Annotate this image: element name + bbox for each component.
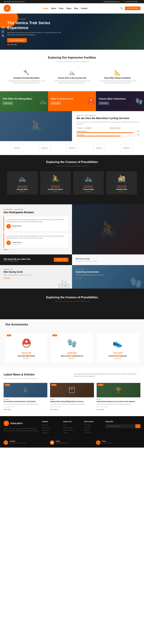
acc-badge-3 [98, 334, 100, 335]
product-stars-3: ★★★★★ [75, 191, 102, 192]
hero-dot-2[interactable] [11, 44, 13, 45]
news-img-icon-3: 🏆 [115, 387, 122, 393]
header-actions: 🔍 GET STARTED [120, 6, 141, 10]
hero-social-i[interactable]: in [1, 34, 4, 37]
guide-card-accessories: ACCESSORIES Exploring Accessories Advise… [72, 265, 144, 288]
product-price-3: $320.00 $160.00 [75, 187, 102, 188]
hero-section: f t in THE VONICA TREK SERIES The Vonica… [0, 14, 144, 50]
facilities-sub: Lorem ipsum dolor sit amet consectetur a… [5, 61, 139, 62]
footer-link-orders[interactable]: My Orders [84, 427, 102, 428]
footer-logo-mark[interactable]: P [3, 421, 9, 426]
cta-contact-button[interactable]: CONTACT US [54, 258, 69, 262]
dark-explore-section: Exploring the Cosmos of Possibilities Lo… [0, 155, 144, 204]
footer-link-contact[interactable]: Contact Us [42, 432, 60, 434]
review-nav-dots [3, 249, 69, 250]
news-img-1: JAN 15 🚴 [3, 383, 47, 397]
acc-cat-2: VENDOR PRICE [53, 352, 91, 353]
footer-logo-name: PEDALWAYS [10, 422, 23, 424]
footer-quick-col: Quick Link FAQ Privacy Policy Terms of S… [63, 421, 81, 434]
acc-img-2: 🧤 [53, 336, 91, 350]
nav-item-pages[interactable]: Pages [66, 8, 71, 10]
promo-band: 25% Offer On Hiking Bikes SHOP NOW 🚲 Off… [0, 91, 144, 111]
product-cat-3: BEST SELLING [75, 186, 102, 187]
footer-email-val: hello@pedalways.com [56, 442, 69, 444]
hero-content: THE VONICA TREK SERIES The Vonica Trek S… [7, 18, 61, 45]
brand-1: BRAND 01 [11, 144, 23, 152]
nav-item-blog[interactable]: Blog [74, 8, 78, 10]
review-dot-2[interactable] [8, 249, 11, 250]
review-dot-3[interactable] [12, 249, 16, 250]
footer-link-terms[interactable]: Terms of Service [63, 429, 81, 431]
promo-helmet-img: ⛑️ [87, 98, 95, 105]
hero-dot-1[interactable] [7, 44, 10, 45]
nav-item-shop[interactable]: Shop [59, 8, 63, 10]
acc-cat-3: STOCK IN STORE [98, 352, 137, 353]
hero-social-t[interactable]: t [1, 30, 4, 33]
product-price-4: $210.00 $105.00 [108, 187, 135, 188]
reviewer-name-2: Austin Powers [12, 242, 22, 244]
nav-item-home[interactable]: Home [43, 8, 48, 10]
reviewer-role-2: Mountain Biker [12, 244, 22, 246]
footer-link-faq[interactable]: FAQ [63, 424, 81, 426]
progress-keyword-label: Keyword Research 90% [76, 131, 140, 132]
about-features: ✓ Tunner — up & Builds ✓ Adjust and Inst… [76, 127, 140, 129]
products-grid: 🚲 STOCK IN STORE $250.00 $125.00 Mountai… [3, 171, 141, 199]
news-date-3: MAR 20 [98, 384, 103, 386]
footer-email-input[interactable] [105, 424, 135, 428]
dark-section-title: Exploring the Cosmos of Possibilities [3, 160, 141, 164]
news-read-more-1[interactable]: READ MORE → [3, 409, 13, 410]
acc-img-3: 👟 [98, 336, 137, 350]
news-read-more-3[interactable]: READ MORE → [97, 409, 106, 410]
news-read-more-2[interactable]: READ MORE → [50, 409, 59, 410]
hero-social-f[interactable]: f [1, 26, 4, 29]
product-name-2: Durable Liner Bench [42, 188, 69, 190]
reviewer-info-2: AP Austin Powers Mountain Biker [6, 240, 66, 246]
footer-email-label: E-Mail [56, 440, 69, 442]
progress-keyword-fill [76, 132, 133, 133]
review-dot-1[interactable] [3, 249, 7, 250]
promo-offer-classic: Classic Bike Collections [99, 98, 126, 100]
footer-desc: We're a community of passionate cyclists… [3, 428, 39, 432]
promo-btn-accessories[interactable]: SHOP NOW [51, 102, 61, 104]
get-started-button[interactable]: GET STARTED [125, 6, 141, 10]
search-icon[interactable]: 🔍 [120, 7, 123, 10]
reviewer-avatar-2: AP [6, 240, 11, 245]
nav-item-contact[interactable]: Contact [81, 8, 87, 10]
hero-dot-3[interactable] [14, 44, 17, 45]
facility-desc-1: Lorem ipsum dolor sit amet consectetur a… [7, 80, 46, 84]
footer-link-support[interactable]: Support [63, 432, 81, 434]
cta-sub: Join our community today [3, 260, 30, 262]
footer-link-news[interactable]: Latest News [42, 429, 60, 431]
acc-card-3: 👟 STOCK IN STORE STOCK PRICE Practical I… [97, 333, 139, 362]
footer-link-privacy[interactable]: Privacy Policy [63, 427, 81, 428]
logo-mark[interactable]: P [3, 5, 11, 12]
progress-keyword-track [76, 132, 140, 133]
footer-link-wishlist[interactable]: Wishlist [84, 429, 102, 431]
product-img-3: 🚲 [75, 173, 102, 184]
footer-link-services[interactable]: Our Services [42, 427, 60, 428]
brand-3: BRAND 03 [66, 144, 78, 152]
footer-bottom: 📍 Location 325 South 9th ave, New York ✉… [3, 438, 141, 445]
nav-item-about[interactable]: About [51, 8, 56, 10]
reviews-left: OUR REVIEWS — TESTIMONIALS Our Participa… [0, 204, 72, 254]
footer-link-about[interactable]: About Us [42, 424, 60, 426]
footer-phone-val: +1 (123) 456-7890 [102, 442, 112, 444]
top-bar: 362 North York Rd, New York hello@pedalw… [0, 0, 144, 3]
footer-link-profile[interactable]: My Profile [84, 424, 102, 426]
accessories-grid: NEW ⛑️ STOCK IN STORE SPECIAL PRICE Bell… [0, 330, 144, 368]
brand-5: BRAND 05 [121, 144, 133, 152]
news-desc-1: Lorem ipsum dolor sit amet consectetur a… [3, 403, 47, 405]
acc-name-3: Practical Iron Keyboard [98, 355, 137, 357]
acc-badge-1: NEW [7, 334, 11, 336]
product-card-2: 🚴 DURABLE ITEM $180.00 $90.00 Durable Li… [40, 171, 71, 194]
product-img-2: 🚴 [42, 173, 69, 184]
news-desc-3: Lorem ipsum dolor sit amet consectetur a… [97, 403, 141, 405]
review-card-2: Lorem ipsum dolor sit amet consectetur a… [3, 233, 69, 248]
promo-btn-classic[interactable]: SHOP NOW [99, 102, 109, 104]
footer-subscribe-button[interactable]: → [135, 424, 141, 428]
facility-card-1: 🔧 Complete Overhaul Revolution Lorem ips… [5, 67, 47, 87]
promo-btn-hiking[interactable]: SHOP NOW [3, 102, 13, 104]
footer-link-track[interactable]: Track Order [84, 432, 102, 434]
promo-item-accessories: Offer in Accessories SHOP NOW ⛑️ [48, 91, 96, 111]
hero-cta-button[interactable]: DISCOVER MORE [7, 38, 27, 42]
